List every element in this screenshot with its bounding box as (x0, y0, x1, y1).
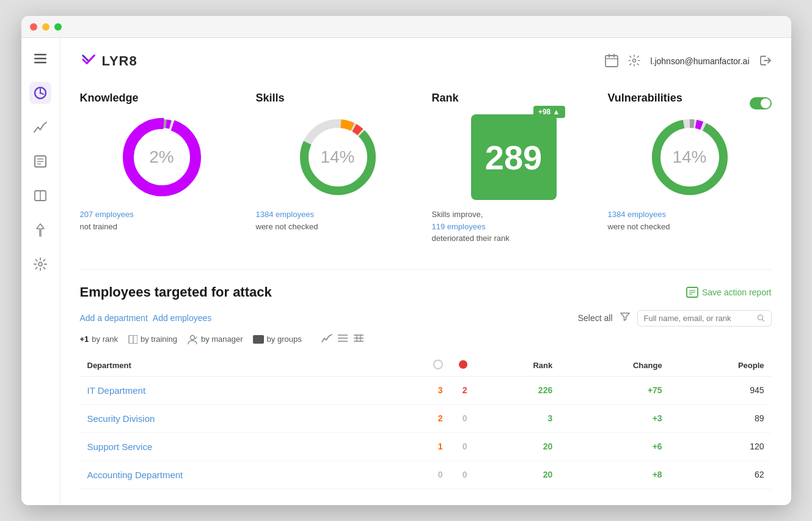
rank-value: 20 (475, 460, 560, 489)
department-name[interactable]: Security Division (80, 404, 426, 432)
col3-value: 0 (450, 460, 475, 489)
employees-section-header: Employees targeted for attack Save actio… (80, 284, 772, 300)
department-name[interactable]: IT Department (80, 376, 426, 404)
filter-icons (321, 334, 364, 345)
skills-metric: Skills 14% 1384 employees were not check… (256, 87, 420, 249)
sidebar-item-threats[interactable] (29, 219, 51, 241)
rank-badge: +98 ▲ (533, 106, 565, 118)
people-value: 89 (670, 404, 772, 432)
skills-employees-link[interactable]: 1384 employees (256, 210, 314, 219)
minimize-dot[interactable] (42, 23, 49, 31)
search-input[interactable] (644, 314, 752, 323)
menu-icon[interactable] (29, 48, 51, 70)
filter-by-manager[interactable]: by manager (187, 334, 243, 344)
svg-rect-11 (605, 56, 618, 67)
svg-point-35 (190, 335, 194, 339)
add-employees-link[interactable]: Add employees (153, 313, 212, 323)
sidebar-item-dashboard[interactable] (29, 82, 51, 104)
logo: LYR8 (80, 53, 137, 70)
svg-point-4 (40, 92, 42, 94)
titlebar (21, 16, 791, 38)
col-rank: Rank (475, 355, 560, 377)
save-report-button[interactable]: Save action report (686, 287, 772, 298)
col-department: Department (80, 355, 426, 377)
people-value: 120 (670, 432, 772, 460)
skills-title: Skills (256, 92, 285, 105)
col2-value: 2 (426, 404, 450, 432)
col-dot (450, 355, 475, 377)
header-right: l.johnson@humanfactor.ai (605, 54, 771, 69)
change-value: +8 (560, 460, 669, 489)
knowledge-desc: 207 employees not trained (80, 209, 134, 232)
rank-employees-link[interactable]: 119 employees (432, 222, 486, 231)
filter-by-groups[interactable]: by groups (253, 334, 302, 344)
people-value: 945 (670, 376, 772, 404)
chart-icon[interactable] (321, 334, 332, 345)
vulnerabilities-desc: 1384 employees were not checked (608, 209, 670, 232)
logout-icon[interactable] (759, 54, 772, 68)
vulnerabilities-percent: 14% (672, 147, 706, 167)
knowledge-title: Knowledge (80, 92, 139, 105)
knowledge-percent: 2% (149, 147, 174, 167)
section-divider (80, 269, 772, 270)
sidebar-item-analytics[interactable] (29, 116, 51, 138)
grid-icon[interactable] (353, 334, 364, 345)
col3-value: 2 (450, 376, 475, 404)
svg-point-10 (38, 262, 42, 266)
table-row: IT Department 3 2 226 +75 945 (80, 376, 772, 404)
app-window: LYR8 (21, 16, 791, 505)
knowledge-employees-link[interactable]: 207 employees (80, 210, 134, 219)
vulnerabilities-employees-link[interactable]: 1384 employees (608, 210, 666, 219)
manager-icon (187, 334, 198, 344)
change-value: +75 (560, 376, 669, 404)
col3-value: 0 (450, 432, 475, 460)
filter-by-rank[interactable]: +1 by rank (80, 334, 118, 344)
toolbar-row: Add a department Add employees Select al… (80, 310, 772, 327)
skills-donut: 14% (295, 114, 381, 200)
metrics-row: Knowledge 2% 207 employees not trained (80, 87, 772, 249)
knowledge-metric: Knowledge 2% 207 employees not trained (80, 87, 244, 249)
select-all-button[interactable]: Select all (578, 313, 613, 323)
maximize-dot[interactable] (54, 23, 62, 31)
close-dot[interactable] (30, 23, 37, 31)
col2-value: 1 (426, 432, 450, 460)
filter-icon[interactable] (620, 312, 630, 323)
col-change: Change (560, 355, 669, 377)
vulnerabilities-toggle[interactable] (750, 97, 772, 109)
logo-text: LYR8 (102, 53, 137, 69)
search-icon (757, 314, 765, 322)
filter-group: Select all (578, 310, 772, 327)
rank-number: 289 (485, 138, 542, 177)
calendar-icon[interactable] (605, 54, 618, 69)
col3-value: 0 (450, 404, 475, 432)
rank-metric: Rank 289 +98 ▲ Skills improve, 119 emplo… (432, 87, 596, 249)
skills-percent: 14% (320, 147, 354, 167)
rank-value: 3 (475, 404, 560, 432)
department-name[interactable]: Support Service (80, 432, 426, 460)
change-value: +3 (560, 404, 669, 432)
table-row: Support Service 1 0 20 +6 120 (80, 432, 772, 460)
skills-desc: 1384 employees were not checked (256, 209, 318, 232)
sidebar (21, 38, 60, 505)
filter-by-training[interactable]: by training (128, 334, 177, 344)
sidebar-item-reports[interactable] (29, 150, 51, 172)
group-icon (253, 335, 264, 344)
sidebar-item-learning[interactable] (29, 185, 51, 207)
add-department-link[interactable]: Add a department (80, 313, 148, 323)
col-radio (426, 355, 450, 377)
rank-value: 20 (475, 432, 560, 460)
svg-rect-2 (34, 62, 46, 64)
col2-value: 3 (426, 376, 450, 404)
svg-rect-0 (34, 54, 46, 56)
gear-icon[interactable] (628, 54, 640, 68)
svg-rect-1 (34, 58, 46, 60)
search-box (637, 310, 772, 327)
user-email: l.johnson@humanfactor.ai (650, 56, 749, 66)
vulnerabilities-metric: Vulnerabilities 14% 1384 employee (608, 87, 772, 249)
departments-table: Department Rank Change People (80, 355, 772, 489)
vulnerabilities-title: Vulnerabilities (608, 92, 682, 105)
department-name[interactable]: Accounting Department (80, 460, 426, 489)
sidebar-item-settings[interactable] (29, 253, 51, 275)
main-content: LYR8 (60, 38, 791, 505)
list-icon[interactable] (337, 334, 348, 345)
